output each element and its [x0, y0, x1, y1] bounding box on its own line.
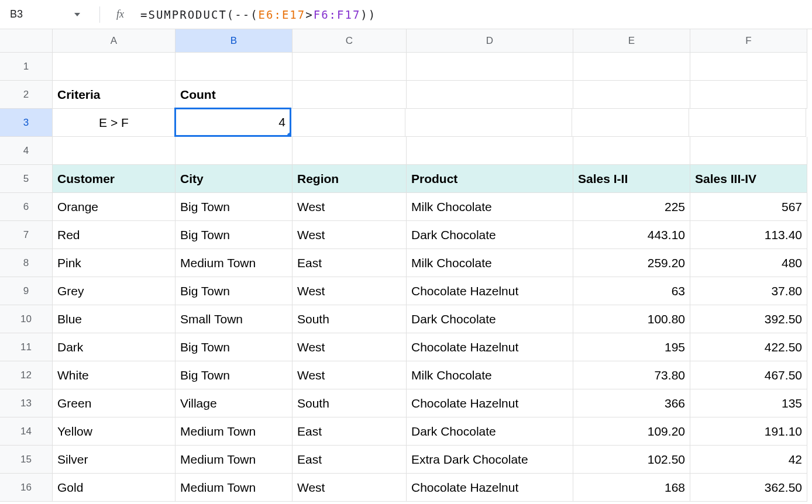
row-header-10[interactable]: 10	[0, 305, 53, 333]
cell-product-5[interactable]: Chocolate Hazelnut	[407, 333, 573, 361]
cell-sales1-10[interactable]: 168	[573, 474, 690, 502]
cell-B4[interactable]	[176, 137, 293, 165]
cell-sales2-2[interactable]: 480	[690, 249, 807, 277]
cell-product-3[interactable]: Chocolate Hazelnut	[407, 277, 573, 305]
cell-sales1-8[interactable]: 109.20	[573, 417, 690, 446]
select-all-corner[interactable]	[0, 29, 53, 53]
cell-city-5[interactable]: Big Town	[176, 333, 293, 361]
cell-product-4[interactable]: Dark Chocolate	[407, 305, 573, 333]
cell-C4[interactable]	[293, 137, 407, 165]
cell-city-6[interactable]: Big Town	[176, 361, 293, 389]
column-header-E[interactable]: E	[573, 29, 690, 53]
header-customer[interactable]: Customer	[53, 165, 176, 193]
cell-D2[interactable]	[407, 81, 573, 109]
cell-C1[interactable]	[293, 53, 407, 81]
dropdown-icon[interactable]	[74, 13, 80, 16]
cell-sales2-10[interactable]: 362.50	[690, 474, 807, 502]
cell-sales2-0[interactable]: 567	[690, 193, 807, 221]
cell-C2[interactable]	[293, 81, 407, 109]
cell-customer-5[interactable]: Dark	[53, 333, 176, 361]
row-header-6[interactable]: 6	[0, 193, 53, 221]
cell-C3[interactable]	[291, 109, 405, 137]
cell-product-10[interactable]: Chocolate Hazelnut	[407, 474, 573, 502]
cell-B1[interactable]	[176, 53, 293, 81]
cell-customer-2[interactable]: Pink	[53, 249, 176, 277]
cell-city-10[interactable]: Medium Town	[176, 474, 293, 502]
cell-city-2[interactable]: Medium Town	[176, 249, 293, 277]
cell-city-4[interactable]: Small Town	[176, 305, 293, 333]
cell-region-9[interactable]: East	[293, 446, 407, 474]
column-header-A[interactable]: A	[53, 29, 176, 53]
cell-product-2[interactable]: Milk Chocolate	[407, 249, 573, 277]
cell-A1[interactable]	[53, 53, 176, 81]
name-box[interactable]: B3	[7, 8, 89, 20]
cell-E1[interactable]	[573, 53, 690, 81]
row-header-2[interactable]: 2	[0, 81, 53, 109]
cell-product-1[interactable]: Dark Chocolate	[407, 221, 573, 249]
cell-region-4[interactable]: South	[293, 305, 407, 333]
cell-F3[interactable]	[689, 109, 806, 137]
cell-criteria-label[interactable]: Criteria	[53, 81, 176, 109]
cell-customer-10[interactable]: Gold	[53, 474, 176, 502]
cell-sales1-6[interactable]: 73.80	[573, 361, 690, 389]
cell-count-label[interactable]: Count	[176, 81, 293, 109]
row-header-12[interactable]: 12	[0, 361, 53, 389]
column-header-B[interactable]: B	[176, 29, 293, 53]
cell-region-7[interactable]: South	[293, 389, 407, 417]
cell-product-9[interactable]: Extra Dark Chocolate	[407, 446, 573, 474]
cell-customer-6[interactable]: White	[53, 361, 176, 389]
cell-sales2-9[interactable]: 42	[690, 446, 807, 474]
row-header-13[interactable]: 13	[0, 389, 53, 417]
cell-product-8[interactable]: Dark Chocolate	[407, 417, 573, 446]
cell-city-0[interactable]: Big Town	[176, 193, 293, 221]
cell-sales1-9[interactable]: 102.50	[573, 446, 690, 474]
cell-customer-1[interactable]: Red	[53, 221, 176, 249]
cell-region-3[interactable]: West	[293, 277, 407, 305]
cell-city-1[interactable]: Big Town	[176, 221, 293, 249]
cell-D1[interactable]	[407, 53, 573, 81]
cell-customer-9[interactable]: Silver	[53, 446, 176, 474]
column-header-C[interactable]: C	[293, 29, 407, 53]
row-header-16[interactable]: 16	[0, 474, 53, 502]
cell-E3[interactable]	[572, 109, 689, 137]
formula-input[interactable]: =SUMPRODUCT(--(E6:E17>F6:F17))	[140, 8, 376, 21]
row-header-8[interactable]: 8	[0, 249, 53, 277]
cell-F2[interactable]	[690, 81, 807, 109]
cell-sales2-4[interactable]: 392.50	[690, 305, 807, 333]
cell-B3-selected[interactable]: 4	[174, 108, 291, 137]
cell-city-8[interactable]: Medium Town	[176, 417, 293, 446]
cell-product-7[interactable]: Chocolate Hazelnut	[407, 389, 573, 417]
cell-sales1-0[interactable]: 225	[573, 193, 690, 221]
cell-E4[interactable]	[573, 137, 690, 165]
cell-criteria-value[interactable]: E > F	[53, 109, 176, 137]
cell-customer-0[interactable]: Orange	[53, 193, 176, 221]
header-product[interactable]: Product	[407, 165, 573, 193]
cell-customer-8[interactable]: Yellow	[53, 417, 176, 446]
cell-customer-4[interactable]: Blue	[53, 305, 176, 333]
row-header-1[interactable]: 1	[0, 53, 53, 81]
cell-sales1-7[interactable]: 366	[573, 389, 690, 417]
cell-product-6[interactable]: Milk Chocolate	[407, 361, 573, 389]
cell-region-0[interactable]: West	[293, 193, 407, 221]
cell-region-6[interactable]: West	[293, 361, 407, 389]
cell-region-8[interactable]: East	[293, 417, 407, 446]
cell-city-3[interactable]: Big Town	[176, 277, 293, 305]
cell-A4[interactable]	[53, 137, 176, 165]
cell-D4[interactable]	[407, 137, 573, 165]
header-region[interactable]: Region	[293, 165, 407, 193]
cell-sales2-1[interactable]: 113.40	[690, 221, 807, 249]
cell-E2[interactable]	[573, 81, 690, 109]
cell-sales1-4[interactable]: 100.80	[573, 305, 690, 333]
cell-product-0[interactable]: Milk Chocolate	[407, 193, 573, 221]
row-header-11[interactable]: 11	[0, 333, 53, 361]
cell-region-5[interactable]: West	[293, 333, 407, 361]
cell-sales2-8[interactable]: 191.10	[690, 417, 807, 446]
header-sales-1[interactable]: Sales I-II	[573, 165, 690, 193]
cell-sales2-5[interactable]: 422.50	[690, 333, 807, 361]
row-header-7[interactable]: 7	[0, 221, 53, 249]
row-header-14[interactable]: 14	[0, 417, 53, 446]
row-header-9[interactable]: 9	[0, 277, 53, 305]
cell-region-10[interactable]: West	[293, 474, 407, 502]
cell-city-9[interactable]: Medium Town	[176, 446, 293, 474]
cell-region-1[interactable]: West	[293, 221, 407, 249]
